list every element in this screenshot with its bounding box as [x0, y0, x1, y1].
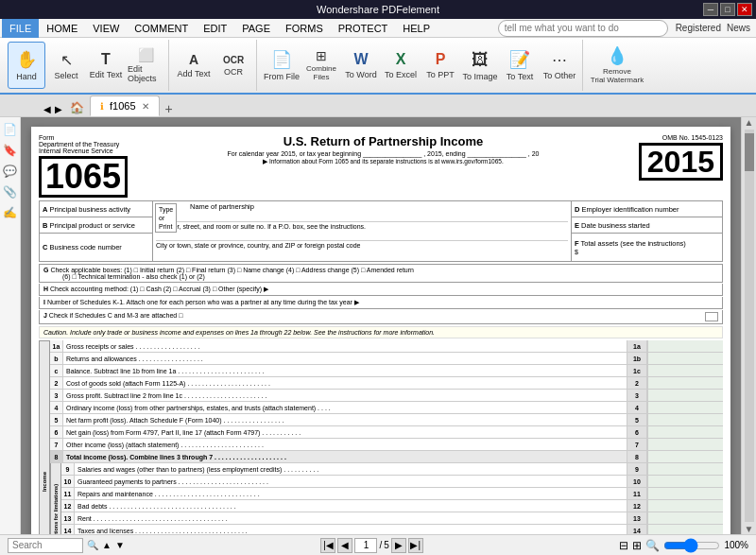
tab-close-button[interactable]: ✕ — [142, 101, 149, 112]
menu-comment[interactable]: COMMENT — [127, 19, 196, 38]
row-1a: 1a Gross receipts or sales . . . . . . .… — [50, 340, 723, 353]
row-val-1b[interactable] — [647, 353, 723, 364]
sidebar-page-icon[interactable]: 📄 — [2, 121, 19, 138]
next-page-button[interactable]: ▶ — [391, 538, 406, 553]
toolbar-search-input[interactable] — [498, 20, 668, 37]
sidebar-bookmark-icon[interactable]: 🔖 — [2, 142, 19, 159]
row-desc-7: Other income (loss) (attach statement) .… — [63, 439, 627, 450]
search-input[interactable] — [8, 538, 83, 553]
menu-protect[interactable]: PROTECT — [331, 19, 396, 38]
menu-edit[interactable]: EDIT — [196, 19, 234, 38]
row-3: 3 Gross profit. Subtract line 2 from lin… — [50, 390, 723, 402]
row-val-4[interactable] — [647, 402, 723, 413]
hand-tool-button[interactable]: ✋ Hand — [8, 42, 45, 89]
left-sidebar: 📄 🔖 💬 📎 ✍ — [0, 117, 21, 534]
to-excel-label: To Excel — [385, 70, 417, 79]
scroll-down-button[interactable]: ▼ — [745, 524, 754, 534]
row-val-6[interactable] — [647, 426, 723, 438]
name-label: Name of partnership — [190, 202, 568, 211]
year-start-val: ________________ — [363, 150, 421, 157]
fit-page-icon[interactable]: ⊞ — [632, 539, 642, 552]
row-8: 8 Total income (loss). Combine lines 3 t… — [50, 451, 723, 463]
tab-add-button[interactable]: + — [160, 101, 179, 116]
tab-nav-right[interactable]: ▶ — [53, 102, 64, 116]
scrollbar-thumb[interactable] — [745, 133, 754, 171]
sidebar-attachment-icon[interactable]: 📎 — [2, 183, 19, 200]
maximize-button[interactable]: □ — [720, 3, 735, 16]
city-input-area[interactable] — [156, 249, 568, 260]
to-excel-button[interactable]: X To Excel — [382, 42, 420, 89]
to-word-button[interactable]: W To Word — [342, 42, 380, 89]
ocr-button[interactable]: OCR OCR — [215, 42, 252, 89]
last-page-button[interactable]: ▶| — [408, 538, 423, 553]
from-file-button[interactable]: 📄 From File — [263, 42, 301, 89]
tab-bar: ◀ ▶ 🏠 ℹ f1065 ✕ + — [0, 95, 756, 117]
combine-button[interactable]: ⊞ Combine Files — [302, 42, 340, 89]
row-val-3[interactable] — [647, 390, 723, 401]
ocr-label: OCR — [224, 67, 243, 77]
home-tab-icon[interactable]: 🏠 — [64, 99, 90, 116]
edit-objects-button[interactable]: ⬜ Edit Objects — [127, 42, 164, 89]
row-val-14[interactable] — [647, 525, 723, 534]
row-val-5[interactable] — [647, 414, 723, 425]
row-val-1a[interactable] — [647, 340, 723, 352]
deduction-rows-container: 9 Salaries and wages (other than to part… — [61, 463, 723, 534]
caution-text: Caution. Include only trade or business … — [39, 326, 723, 338]
nav-down-icon[interactable]: ▼ — [115, 540, 125, 550]
row-val-10[interactable] — [647, 476, 723, 487]
search-icon[interactable]: 🔍 — [87, 540, 98, 550]
to-ppt-button[interactable]: P To PPT — [421, 42, 459, 89]
close-button[interactable]: ✕ — [737, 3, 752, 16]
name-input-area[interactable] — [156, 211, 568, 222]
address-input-area[interactable] — [156, 230, 568, 241]
row-ref-12: 12 — [627, 500, 647, 512]
menu-page[interactable]: PAGE — [234, 19, 278, 38]
check-j-box[interactable] — [705, 312, 718, 321]
row-val-11[interactable] — [647, 488, 723, 499]
tab-nav-left[interactable]: ◀ — [42, 102, 53, 116]
to-other-button[interactable]: ⋯ To Other — [541, 42, 578, 89]
row-val-7[interactable] — [647, 439, 723, 450]
scrollbar-track[interactable] — [745, 130, 754, 522]
sidebar-signature-icon[interactable]: ✍ — [2, 204, 19, 221]
menu-home[interactable]: HOME — [39, 19, 85, 38]
fit-width-icon[interactable]: ⊟ — [619, 539, 628, 552]
edit-text-button[interactable]: T Edit Text — [87, 42, 125, 89]
tab-f1065[interactable]: ℹ f1065 ✕ — [90, 95, 160, 116]
to-image-label: To Image — [462, 72, 497, 81]
row-val-12[interactable] — [647, 500, 723, 512]
row-val-13[interactable] — [647, 512, 723, 524]
row-val-8[interactable] — [647, 451, 723, 462]
row-val-2[interactable] — [647, 377, 723, 389]
minimize-button[interactable]: ─ — [703, 3, 718, 16]
zoom-out-icon[interactable]: 🔍 — [645, 539, 660, 552]
remove-watermark-button[interactable]: 💧 RemoveTrial Watermark — [589, 42, 645, 89]
select-tool-button[interactable]: ↖ Select — [47, 42, 85, 89]
menu-view[interactable]: VIEW — [85, 19, 127, 38]
add-text-button[interactable]: A Add Text — [175, 42, 213, 89]
to-image-button[interactable]: 🖼 To Image — [461, 42, 499, 89]
zoom-slider[interactable] — [663, 539, 720, 552]
zoom-level: 100% — [724, 540, 748, 550]
row-desc-1b: Returns and allowances . . . . . . . . .… — [63, 353, 627, 364]
first-page-button[interactable]: |◀ — [320, 538, 335, 553]
page-navigation: |◀ ◀ / 5 ▶ ▶| — [320, 538, 422, 553]
right-scroll-panel[interactable]: ▲ ▼ — [741, 117, 756, 534]
menu-help[interactable]: HELP — [395, 19, 438, 38]
sidebar-comment-icon[interactable]: 💬 — [2, 163, 19, 180]
menu-forms[interactable]: FORMS — [278, 19, 331, 38]
row-A-D: A Principal business activity TypeorPrin… — [40, 201, 723, 217]
prev-page-button[interactable]: ◀ — [337, 538, 352, 553]
row-num-8: 8 — [50, 451, 63, 462]
menu-file[interactable]: FILE — [2, 19, 39, 38]
header-fields-table: A Principal business activity TypeorPrin… — [39, 200, 723, 262]
document-area[interactable]: Form Department of the Treasury Internal… — [21, 117, 741, 534]
row-val-9[interactable] — [647, 463, 723, 475]
scroll-up-button[interactable]: ▲ — [745, 117, 754, 128]
to-text-button[interactable]: 📝 To Text — [501, 42, 539, 89]
page-number-input[interactable] — [354, 538, 377, 553]
row-val-1c[interactable] — [647, 365, 723, 376]
edit-text-label: Edit Text — [90, 70, 122, 79]
nav-up-icon[interactable]: ▲ — [102, 540, 112, 550]
row-num-6: 6 — [50, 426, 63, 438]
